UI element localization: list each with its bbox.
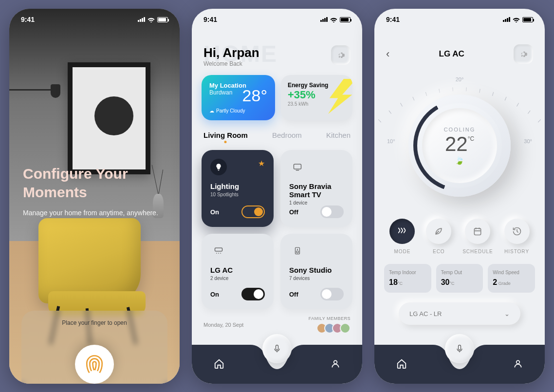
leaf-icon: 🍃 <box>455 156 464 165</box>
device-card-lighting[interactable]: ★ Lighting 10 Spotlights On <box>202 150 274 227</box>
avatar <box>340 323 351 334</box>
nav-home[interactable] <box>214 358 224 371</box>
onboarding-screen: 9:41 Configure Your Moments Manage your … <box>9 9 180 384</box>
greeting: Hi, Arpan <box>203 45 259 60</box>
wifi-icon <box>330 17 337 22</box>
battery-icon <box>522 17 533 22</box>
gear-icon <box>519 50 528 58</box>
onboarding-title: Configure Your Moments <box>23 165 166 201</box>
chevron-down-icon: ⌄ <box>504 310 510 317</box>
device-detail-screen: 9:41 ‹ LG AC 20° 10° 30° COOLING 22°C 🍃 <box>374 9 545 384</box>
gear-icon <box>336 51 345 59</box>
status-bar: 9:41 <box>9 9 180 30</box>
nav-profile[interactable] <box>331 358 340 371</box>
weather-city: Burdwan <box>209 89 267 96</box>
status-bar: 9:41 <box>374 9 545 30</box>
weather-condition: ☁ Partly Cloudy <box>209 108 267 113</box>
date-label: Monday, 20 Sept <box>203 322 243 328</box>
mic-icon <box>272 343 282 355</box>
mode-button[interactable]: MODE <box>389 219 415 254</box>
fingerprint-icon <box>84 354 105 374</box>
device-selector[interactable]: LG AC - LR ⌄ <box>399 302 520 325</box>
device-card-ac[interactable]: LG AC 2 device On <box>202 234 274 309</box>
schedule-button[interactable]: SCHEDULE <box>462 219 493 254</box>
svg-point-9 <box>517 360 520 364</box>
tab-kitchen[interactable]: Kitchen <box>326 131 351 139</box>
nav-mic-button[interactable] <box>262 334 292 363</box>
room-tabs: Living Room Bedroom Kitchen <box>192 120 362 141</box>
ac-icon <box>214 246 223 256</box>
stat-temp-indoor: Temp Indoor 18°C <box>384 264 431 293</box>
signal-icon <box>503 17 510 22</box>
svg-point-3 <box>297 249 298 250</box>
mic-icon <box>455 343 464 355</box>
nav-mic-button[interactable] <box>445 334 474 363</box>
settings-button[interactable] <box>514 44 533 64</box>
eco-button[interactable]: ECO <box>426 219 451 254</box>
wifi-icon <box>148 17 155 22</box>
stat-temp-out: Temp Out 30°C <box>436 264 483 293</box>
battery-icon <box>157 17 168 22</box>
stat-wind: Wind Speed 2 Grade <box>488 264 535 293</box>
family-members[interactable]: FAMILY MEMBERS <box>309 316 351 334</box>
bottom-nav <box>192 345 362 384</box>
temperature-dial[interactable]: 20° 10° 30° COOLING 22°C 🍃 <box>374 77 545 209</box>
signal-icon <box>138 17 145 22</box>
onboarding-subtitle: Manage your home from anytime, anywhere. <box>23 208 166 218</box>
status-bar: 9:41 <box>192 9 362 30</box>
svg-point-4 <box>296 251 299 253</box>
svg-rect-7 <box>475 228 481 235</box>
svg-point-6 <box>334 360 337 364</box>
ac-temperature: 22°C <box>445 132 474 156</box>
svg-rect-8 <box>459 345 461 350</box>
svg-rect-1 <box>215 248 222 251</box>
toggle-tv[interactable] <box>320 205 344 218</box>
device-title: LG AC <box>439 49 464 59</box>
bottom-nav <box>374 345 545 384</box>
history-button[interactable]: HISTORY <box>504 219 530 254</box>
battery-icon <box>340 17 351 22</box>
leaf-icon <box>434 226 443 236</box>
heat-icon <box>397 226 407 237</box>
nav-profile[interactable] <box>513 358 523 371</box>
back-button[interactable]: ‹ <box>386 48 389 60</box>
status-time: 9:41 <box>203 16 217 23</box>
toggle-studio[interactable] <box>320 288 344 300</box>
toggle-lighting[interactable] <box>241 205 265 218</box>
device-card-tv[interactable]: Sony Bravia Smart TV 1 device Off <box>280 150 352 227</box>
settings-button[interactable] <box>331 45 351 65</box>
tv-icon <box>293 162 302 172</box>
weather-card[interactable]: My Location Burdwan 28° ☁ Partly Cloudy <box>202 75 275 120</box>
fingerprint-button[interactable] <box>75 345 114 384</box>
svg-rect-5 <box>276 345 278 350</box>
ac-mode: COOLING <box>444 127 476 132</box>
signal-icon <box>320 17 328 22</box>
bulb-icon <box>215 163 222 171</box>
calendar-icon <box>473 226 482 236</box>
status-time: 9:41 <box>386 16 400 23</box>
toggle-ac[interactable] <box>241 288 265 300</box>
svg-rect-0 <box>294 164 301 169</box>
wifi-icon <box>513 17 520 22</box>
tab-living-room[interactable]: Living Room <box>203 131 248 139</box>
speaker-icon <box>293 246 302 256</box>
welcome-back: Welcome Back <box>203 60 259 67</box>
energy-card[interactable]: Energy Saving +35% 23.5 kWh <box>281 75 352 120</box>
device-card-studio[interactable]: Sony Studio 7 devices Off <box>280 234 352 309</box>
energy-title: Energy Saving <box>288 82 346 89</box>
home-screen: 9:41 HOME Hi, Arpan Welcome Back My Loca… <box>192 9 362 384</box>
nav-home[interactable] <box>396 358 407 371</box>
status-time: 9:41 <box>21 16 35 23</box>
history-icon <box>512 226 522 236</box>
fingerprint-hint: Place your finger to open <box>9 319 180 326</box>
tab-bedroom[interactable]: Bedroom <box>272 131 302 139</box>
star-icon: ★ <box>258 159 265 168</box>
